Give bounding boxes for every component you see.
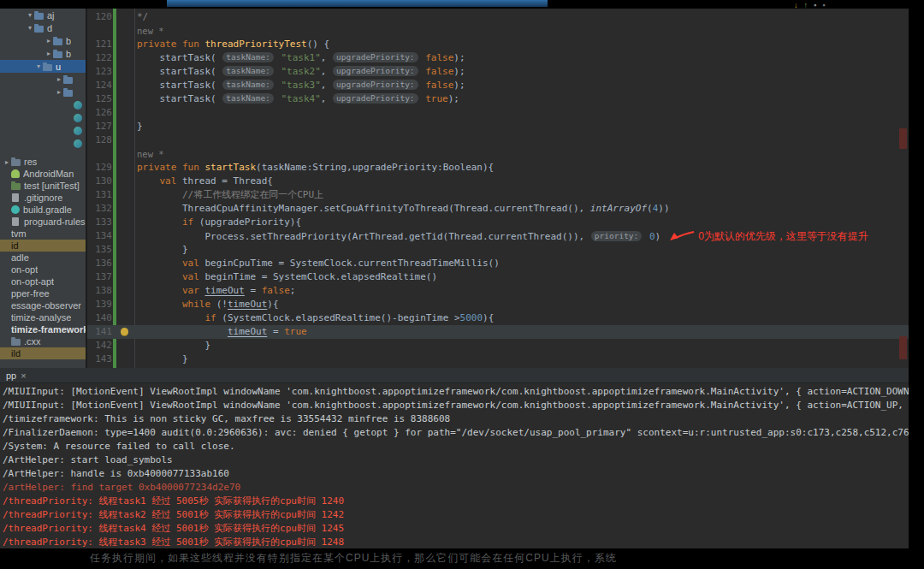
code-editor[interactable]: 120*/new *121private fun threadPriorityT…: [87, 9, 909, 368]
tree-item-b[interactable]: ▸b: [0, 34, 86, 47]
tree-item-androidman[interactable]: AndroidMan: [0, 168, 86, 180]
line-number[interactable]: 139: [87, 298, 112, 311]
line-number[interactable]: 129: [87, 161, 112, 175]
tab-close-icon[interactable]: ×: [21, 370, 26, 381]
tree-item-b[interactable]: ▸b: [0, 47, 86, 60]
chevron-right-icon[interactable]: ▸: [55, 75, 63, 83]
line-number[interactable]: 136: [87, 257, 112, 270]
tree-item-on-opt-apt[interactable]: on-opt-apt: [0, 276, 86, 287]
tree-item-d[interactable]: ▾d: [0, 21, 86, 34]
vcs-update-icon[interactable]: ↓: [794, 1, 798, 9]
chevron-right-icon[interactable]: ▸: [55, 88, 63, 96]
tree-item-adle[interactable]: adle: [0, 252, 86, 264]
line-number[interactable]: 128: [87, 133, 112, 147]
code-line[interactable]: 132 ThreadCpuAffinityManager.setCpuAffin…: [87, 202, 909, 216]
code-line[interactable]: 142 }: [87, 339, 909, 353]
tree-item-test-unittest-[interactable]: test [unitTest]: [0, 180, 86, 192]
tree-item-pper-free[interactable]: pper-free: [0, 287, 86, 299]
line-number[interactable]: 131: [87, 188, 112, 202]
tree-item--gitignore[interactable]: .gitignore: [0, 192, 86, 204]
project-tree-panel[interactable]: ▾aj▾d▸b▸b▾u▸▸ ▸resAndroidMantest [unitTe…: [0, 9, 87, 368]
tree-item-res[interactable]: ▸res: [0, 156, 86, 168]
line-number[interactable]: 130: [87, 175, 112, 188]
line-number[interactable]: [87, 24, 112, 38]
chevron-right-icon[interactable]: ▸: [44, 37, 53, 44]
line-number[interactable]: 123: [87, 65, 112, 79]
intention-bulb-icon[interactable]: [121, 328, 128, 335]
tree-item[interactable]: [0, 124, 86, 137]
code-line[interactable]: 137 val beginTime = SystemClock.elapsedR…: [87, 270, 909, 284]
code-line[interactable]: new *: [87, 147, 909, 161]
code-line[interactable]: 134 Process.setThreadPriority(ArtThread.…: [87, 229, 909, 243]
line-number[interactable]: 138: [87, 284, 112, 298]
tree-item-build-gradle[interactable]: build.gradle: [0, 204, 86, 216]
logcat-console[interactable]: /MIUIInput: [MotionEvent] ViewRootImpl w…: [0, 383, 909, 548]
code-line[interactable]: 139 while (!timeOut){: [87, 298, 909, 311]
tree-item-timize-analyse[interactable]: timize-analyse: [0, 311, 86, 323]
tree-item-on-opt[interactable]: on-opt: [0, 264, 86, 276]
tree-item-timize-framework[interactable]: timize-framework: [0, 323, 86, 335]
editor-lines[interactable]: 120*/new *121private fun threadPriorityT…: [87, 10, 909, 368]
line-number[interactable]: 140: [87, 311, 112, 325]
tree-item--cxx[interactable]: .cxx: [0, 335, 86, 347]
code-line[interactable]: 130 val thread = Thread{: [87, 175, 909, 188]
code-line[interactable]: 141 timeOut = true: [87, 325, 909, 339]
line-number[interactable]: 121: [87, 38, 112, 51]
code-line[interactable]: 128: [87, 133, 909, 147]
tree-item-aj[interactable]: ▾aj: [0, 9, 86, 21]
tree-item-tvm[interactable]: tvm: [0, 228, 86, 240]
line-number[interactable]: 133: [87, 216, 112, 229]
code-line[interactable]: 129private fun startTask(taskName:String…: [87, 161, 909, 175]
tree-item[interactable]: ▸: [0, 73, 86, 86]
code-line[interactable]: 125 startTask( taskName: "task4", upgrad…: [87, 92, 909, 106]
tree-item-ild[interactable]: ild: [0, 347, 86, 359]
code-line[interactable]: 120*/: [87, 10, 909, 24]
code-line[interactable]: 122 startTask( taskName: "task1", upgrad…: [87, 51, 909, 65]
code-line[interactable]: 121private fun threadPriorityTest() {: [87, 38, 909, 51]
toolbar-icon[interactable]: ▪: [822, 1, 825, 9]
code-line[interactable]: 135 }: [87, 243, 909, 257]
error-stripe-mark[interactable]: [899, 128, 907, 149]
code-line[interactable]: 126: [87, 106, 909, 120]
code-line[interactable]: 140 if (SystemClock.elapsedRealtime()-be…: [87, 311, 909, 325]
code-line[interactable]: 133 if (upgradePriority){: [87, 216, 909, 229]
line-number[interactable]: 137: [87, 270, 112, 284]
code-line[interactable]: new *: [87, 24, 909, 38]
tree-item-proguard-rules-pro[interactable]: proguard-rules.pro: [0, 216, 86, 228]
line-number[interactable]: 135: [87, 243, 112, 257]
tree-item[interactable]: ▸: [0, 86, 86, 98]
line-number[interactable]: 134: [87, 229, 112, 243]
code-line[interactable]: 124 startTask( taskName: "task3", upgrad…: [87, 79, 909, 92]
code-line[interactable]: 143 }: [87, 353, 909, 366]
tree-item[interactable]: [0, 111, 86, 124]
chevron-down-icon[interactable]: ▾: [26, 11, 34, 19]
line-number[interactable]: 125: [87, 92, 112, 106]
line-number[interactable]: [87, 147, 112, 161]
chevron-right-icon[interactable]: ▸: [44, 50, 53, 57]
code-line[interactable]: 136 val beginCpuTime = SystemClock.curre…: [87, 257, 909, 270]
code-line[interactable]: 123 startTask( taskName: "task2", upgrad…: [87, 65, 909, 79]
tree-item-essage-observer[interactable]: essage-observer: [0, 299, 86, 311]
tree-item-id[interactable]: id: [0, 240, 86, 252]
line-number[interactable]: 120: [87, 10, 112, 24]
line-number[interactable]: 126: [87, 106, 112, 120]
vcs-push-icon[interactable]: ↑: [804, 1, 808, 9]
line-number[interactable]: 122: [87, 51, 112, 65]
line-number[interactable]: 142: [87, 339, 112, 353]
tree-item-u[interactable]: ▾u: [0, 60, 86, 73]
chevron-down-icon[interactable]: ▾: [34, 62, 43, 70]
line-number[interactable]: 143: [87, 353, 112, 366]
tab-app[interactable]: pp ×: [0, 368, 33, 382]
toolbar-icon[interactable]: ▪: [814, 1, 816, 9]
tree-item[interactable]: [0, 98, 86, 111]
code-line[interactable]: 138 var timeOut = false;: [87, 284, 909, 298]
code-line[interactable]: 131 //将工作线程绑定在同一个CPU上: [87, 188, 909, 202]
error-stripe-mark[interactable]: [899, 336, 907, 359]
line-number[interactable]: 127: [87, 120, 112, 133]
tree-item[interactable]: [0, 137, 86, 150]
chevron-right-icon[interactable]: ▸: [3, 158, 11, 166]
line-number[interactable]: 124: [87, 79, 112, 92]
chevron-down-icon[interactable]: ▾: [26, 24, 34, 32]
line-number[interactable]: 132: [87, 202, 112, 216]
code-line[interactable]: 127}: [87, 120, 909, 133]
